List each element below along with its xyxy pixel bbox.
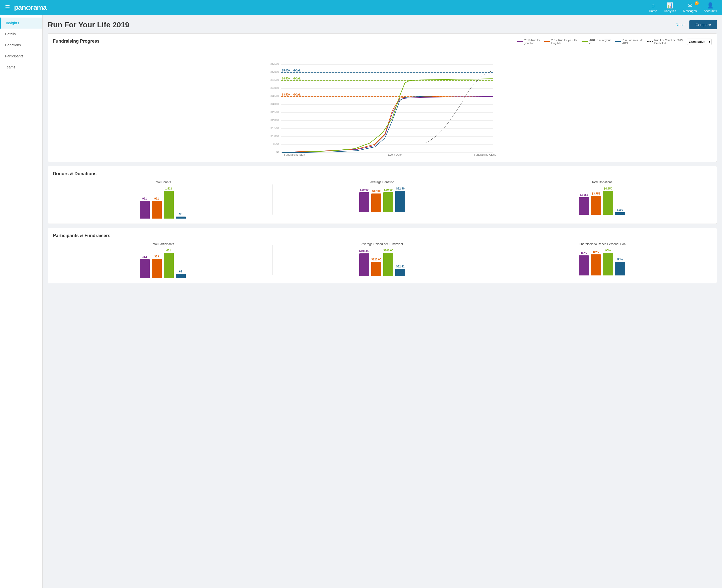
sidebar-item-details[interactable]: Details — [0, 28, 42, 40]
svg-text:$4,500: $4,500 — [270, 79, 279, 81]
bar-rect-avg-0 — [359, 253, 369, 276]
legend-line-2017 — [544, 41, 550, 42]
bar-col-part-3: 69 — [176, 270, 186, 278]
legend-2016: 2016 Run foryour life — [517, 39, 540, 45]
messages-badge: 3 — [695, 1, 699, 5]
hamburger-icon[interactable]: ☰ — [5, 4, 10, 11]
bar-col-avgdon-3: $52.50 — [395, 187, 405, 212]
bar-label-totdon-3: $500 — [617, 208, 623, 211]
svg-text:$500: $500 — [273, 143, 279, 146]
legend-label-2016: 2016 Run foryour life — [524, 39, 540, 45]
legend-line-2018 — [582, 41, 587, 42]
bar-rect-avgdon-2 — [383, 192, 393, 212]
avg-donation-bars: $50.00 $47.00 $50.00 $52.50 — [272, 187, 492, 212]
legend-2019: Run For Your Life2019 — [615, 39, 643, 45]
bar-rect-avg-3 — [395, 269, 405, 276]
sidebar-item-donations[interactable]: Donations — [0, 40, 42, 50]
nav-analytics-label: Analytics — [664, 9, 676, 13]
sidebar-item-teams[interactable]: Teams — [0, 62, 42, 73]
bar-col-goal-3: 54% — [615, 258, 625, 275]
participants-groups: Total Participants 332 333 431 — [53, 243, 712, 278]
compare-button[interactable]: Compare — [689, 20, 717, 29]
bar-rect-avg-1 — [371, 262, 381, 276]
nav-account[interactable]: 👤 Account ▾ — [704, 2, 717, 13]
reset-button[interactable]: Reset — [676, 23, 685, 27]
nav-home-label: Home — [649, 9, 657, 13]
donors-card-title: Donors & Donations — [53, 171, 712, 176]
account-icon: 👤 — [704, 2, 717, 9]
svg-text:$3,500: $3,500 — [270, 94, 279, 98]
bar-rect-part-3 — [176, 274, 186, 278]
bar-col-avg-2: $200.00 — [383, 249, 393, 276]
bar-label-avg-0: $198.00 — [359, 249, 369, 252]
bar-col-avgdon-0: $50.00 — [359, 188, 369, 212]
bar-col-avgdon-2: $50.00 — [383, 188, 393, 212]
legend-line-2016 — [517, 41, 523, 42]
svg-text:Fundraising Close: Fundraising Close — [474, 153, 496, 156]
bar-rect-totdon-2 — [603, 191, 613, 215]
bar-rect-goal-3 — [615, 262, 625, 275]
bar-rect-totdon-0 — [579, 197, 589, 215]
bar-col-avg-1: $123.00 — [371, 258, 381, 276]
participants-card-title: Participants & Fundraisers — [53, 233, 712, 238]
bar-col-goal-2: 90% — [603, 249, 613, 275]
participants-card: Participants & Fundraisers Total Partici… — [48, 228, 717, 283]
bar-label-donors-1: 921 — [154, 197, 159, 200]
bar-col-goal-0: 80% — [579, 251, 589, 275]
bar-label-avgdon-1: $47.00 — [372, 189, 380, 192]
bar-label-goal-1: 84% — [593, 250, 599, 253]
svg-text:$1,000: $1,000 — [270, 134, 279, 138]
legend-label-2019: Run For Your Life2019 — [622, 39, 643, 45]
sidebar-item-participants[interactable]: Participants — [0, 50, 42, 62]
bar-col-part-0: 332 — [140, 255, 150, 278]
bar-label-part-0: 332 — [142, 255, 147, 258]
bar-col-totdon-0: $3,655 — [579, 193, 589, 215]
bar-label-goal-0: 80% — [581, 251, 586, 254]
sidebar: Insights Details Donations Participants … — [0, 15, 43, 292]
svg-text:$2,500: $2,500 — [270, 110, 279, 113]
chart-header: Fundraising Progress 2016 Run foryour li… — [53, 39, 712, 48]
header-actions: Reset Compare — [676, 20, 717, 29]
chart-dropdown[interactable]: Cumulative Daily — [687, 39, 712, 45]
bar-rect-avgdon-3 — [395, 191, 405, 212]
svg-text:$3,000: $3,000 — [270, 103, 279, 106]
donors-groups: Total Donors 921 921 1,421 — [53, 181, 712, 218]
avg-raised-group: Average Raised per Fundraiser $198.00 $1… — [272, 243, 492, 278]
bar-rect-goal-0 — [579, 255, 589, 275]
legend-2017: 2017 Run for your lifelong title — [544, 39, 578, 45]
bar-label-part-2: 431 — [166, 249, 171, 252]
svg-text:$4,500: $4,500 — [282, 77, 290, 80]
fundraisers-goal-group: Fundraisers to Reach Personal Goal 80% 8… — [492, 243, 712, 278]
bar-label-donors-3: 98 — [179, 213, 182, 215]
sidebar-item-insights[interactable]: Insights — [0, 18, 42, 28]
chart-title-area: Fundraising Progress — [53, 39, 100, 48]
nav-home[interactable]: ⌂ Home — [649, 2, 657, 13]
nav-messages[interactable]: ✉ 3 Messages — [683, 2, 697, 13]
chart-svg-area: $0 $500 $1,000 $1,500 $2,000 $2,500 $3,0… — [53, 50, 712, 156]
avg-raised-title: Average Raised per Fundraiser — [272, 243, 492, 246]
logo-ring — [26, 6, 30, 10]
fundraising-card: Fundraising Progress 2016 Run foryour li… — [48, 33, 717, 162]
nav-analytics[interactable]: 📊 Analytics — [664, 2, 676, 13]
legend-2018: 2018 Run for yourlife — [582, 39, 611, 45]
bar-rect-donors-0 — [140, 201, 150, 218]
bar-label-avgdon-2: $50.00 — [384, 188, 393, 191]
bar-label-avg-1: $123.00 — [371, 258, 381, 261]
bar-label-totdon-2: $4,850 — [604, 187, 612, 190]
chart-dropdown-wrap: Cumulative Daily — [687, 39, 712, 45]
legend-2019-predicted: Run For Your Life 2019Predicted — [647, 39, 683, 45]
fundraisers-goal-bars: 80% 84% 90% 54% — [492, 249, 712, 275]
nav-account-label: Account — [704, 9, 715, 13]
legend-line-2019-predicted — [647, 41, 653, 42]
svg-text:$4,000: $4,000 — [270, 86, 279, 89]
bar-label-part-1: 333 — [154, 255, 159, 258]
svg-text:$0: $0 — [276, 151, 279, 154]
bar-col-donors-1: 921 — [152, 197, 162, 218]
svg-text:GOAL: GOAL — [293, 77, 301, 80]
bar-label-donors-0: 921 — [142, 197, 147, 200]
bar-col-donors-2: 1,421 — [164, 187, 174, 218]
bar-label-donors-2: 1,421 — [165, 187, 172, 190]
bar-rect-avg-2 — [383, 253, 393, 276]
home-icon: ⌂ — [649, 2, 657, 9]
bar-rect-donors-2 — [164, 191, 174, 218]
